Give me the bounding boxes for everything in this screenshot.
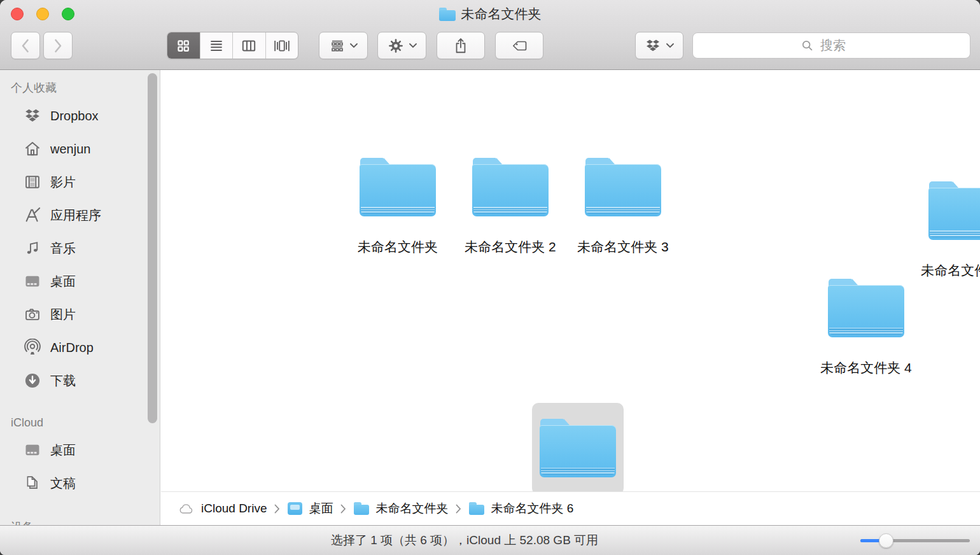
folder-icon [360,158,436,216]
sidebar-item-music[interactable]: 音乐 [0,232,160,265]
sidebar-scrollbar[interactable] [148,73,157,423]
camera-icon [23,305,42,324]
path-item-label: 未命名文件夹 [375,500,448,517]
titlebar: 未命名文件夹 [0,0,980,70]
chevron-left-icon [21,39,30,53]
folder-item-untitled-3[interactable]: 未命名文件夹 3 [585,158,661,216]
title-folder-icon [439,8,456,21]
sidebar-item-label: wenjun [50,142,90,157]
folder-label: 未命名文件夹 5 [921,262,980,279]
sidebar-item-label: Dropbox [50,109,99,123]
folder-item-untitled[interactable]: 未命名文件夹 [360,158,436,216]
folder-icon [928,181,980,240]
cloud-icon [178,502,195,515]
path-item-label: 桌面 [309,500,333,517]
tag-icon [510,38,529,53]
desktop-icon [23,272,42,291]
sidebar-item-dropbox[interactable]: Dropbox [0,99,160,132]
arrange-button[interactable] [319,32,368,59]
zoom-slider[interactable] [860,526,970,555]
chevron-down-icon [350,43,358,48]
sidebar-item-movies[interactable]: 影片 [0,165,160,199]
column-view-button[interactable] [232,32,265,59]
music-icon [23,239,42,258]
sidebar-item-desktop[interactable]: 桌面 [0,265,160,298]
dropbox-toolbar-button[interactable] [635,32,683,59]
applications-icon [23,206,42,225]
sidebar-item-label: 音乐 [50,240,76,257]
view-mode-segmented-control [167,32,298,59]
arrange-icon [330,38,345,53]
folder-item-untitled-4[interactable]: 未命名文件夹 4 [828,279,904,337]
folder-item-untitled-2[interactable]: 未命名文件夹 2 [472,158,549,216]
folder-icon [828,279,904,337]
back-button[interactable] [11,32,40,59]
path-item-desktop[interactable]: 桌面 [288,500,333,517]
sidebar-item-icloud-desktop[interactable]: 桌面 [0,433,160,467]
forward-button[interactable] [43,32,73,59]
sidebar-section-icloud: iCloud [11,416,160,430]
chevron-right-icon [53,39,62,53]
path-item-untitled-folder[interactable]: 未命名文件夹 [354,500,448,517]
path-item-label: iCloud Drive [201,502,267,516]
sidebar-item-airdrop[interactable]: AirDrop [0,331,160,364]
sidebar-item-label: AirDrop [50,341,94,355]
documents-icon [23,474,42,493]
icon-view-button[interactable] [167,32,200,59]
search-input[interactable] [819,38,862,53]
dropbox-icon [645,38,661,53]
film-icon [23,172,42,192]
desktop-icon [23,440,42,460]
folder-label: 未命名文件夹 4 [820,359,912,377]
chevron-right-icon [274,504,280,514]
path-item-icloud-drive[interactable]: iCloud Drive [178,502,267,516]
sidebar-item-label: 图片 [50,306,76,323]
list-view-button[interactable] [200,32,233,59]
folder-icon [469,502,484,515]
folder-icon [540,419,616,477]
download-icon [23,371,42,390]
sidebar-section-favorites: 个人收藏 [11,80,160,95]
tags-button[interactable] [495,32,543,59]
columns-icon [240,38,258,54]
folder-label: 未命名文件夹 3 [577,238,669,256]
folder-item-untitled-6-selected[interactable] [532,403,624,495]
chevron-down-icon [409,43,417,48]
sidebar-item-label: 桌面 [50,442,76,459]
sidebar-item-downloads[interactable]: 下载 [0,364,160,397]
dropbox-icon [23,106,42,125]
sidebar-item-label: 应用程序 [50,207,101,224]
airdrop-icon [23,338,42,357]
finder-window: 未命名文件夹 [0,0,980,555]
sidebar-item-pictures[interactable]: 图片 [0,298,160,331]
action-button[interactable] [377,32,426,59]
cover-flow-view-button[interactable] [265,32,298,59]
folder-label: 未命名文件夹 2 [465,238,556,256]
search-field[interactable] [692,32,970,59]
path-bar: iCloud Drive 桌面 未命名文件夹 未命名文件夹 6 [161,491,980,525]
sidebar-item-label: 影片 [50,174,76,191]
sidebar-item-label: 文稿 [50,475,76,492]
window-title: 未命名文件夹 [0,6,980,22]
path-item-label: 未命名文件夹 6 [491,500,573,517]
status-text: 选择了 1 项（共 6 项），iCloud 上 52.08 GB 可用 [0,526,929,555]
chevron-right-icon [340,504,346,514]
folder-label: 未命名文件夹 [358,238,438,256]
desktop-folder-icon [288,502,302,515]
folder-item-untitled-5[interactable]: 未命名文件夹 5 [928,181,980,240]
share-icon [452,37,469,55]
sidebar-item-home[interactable]: wenjun [0,132,160,165]
gear-icon [388,38,404,54]
list-icon [207,38,225,54]
content-area[interactable]: 未命名文件夹 未命名文件夹 2 未命名文件夹 3 未命名文件夹 5 未命名文件夹… [161,70,980,491]
sidebar-item-label: 桌面 [50,273,76,290]
grid-icon [175,38,192,54]
slider-thumb[interactable] [879,533,893,548]
path-item-untitled-folder-6[interactable]: 未命名文件夹 6 [469,500,573,517]
share-button[interactable] [437,32,485,59]
sidebar-item-documents[interactable]: 文稿 [0,467,160,500]
sidebar-item-applications[interactable]: 应用程序 [0,199,160,232]
search-icon [801,39,815,53]
status-bar: 选择了 1 项（共 6 项），iCloud 上 52.08 GB 可用 [0,525,980,555]
sidebar: 个人收藏 Dropbox wenjun 影片 应用程序 音乐 桌面 图片 [0,70,160,525]
